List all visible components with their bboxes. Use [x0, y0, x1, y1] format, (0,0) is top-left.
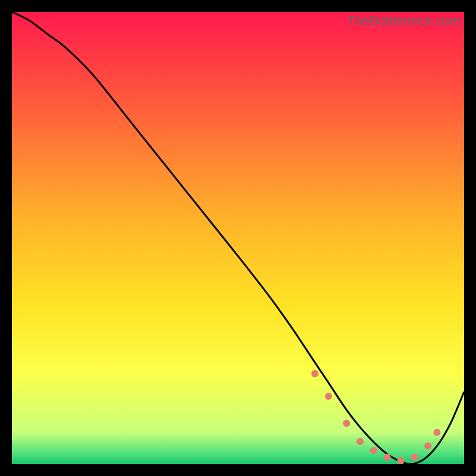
chart-marker — [424, 443, 431, 450]
chart-marker — [343, 420, 350, 427]
chart-marker — [311, 370, 318, 377]
watermark-text: TheBottleneck.com — [346, 13, 461, 29]
chart-marker — [384, 454, 391, 461]
chart-marker — [397, 457, 405, 464]
chart-marker — [411, 454, 418, 461]
svg-rect-0 — [12, 12, 464, 464]
chart-marker — [356, 438, 364, 445]
chart-marker — [325, 393, 332, 400]
chart-marker — [370, 447, 377, 454]
chart-marker — [433, 429, 440, 436]
